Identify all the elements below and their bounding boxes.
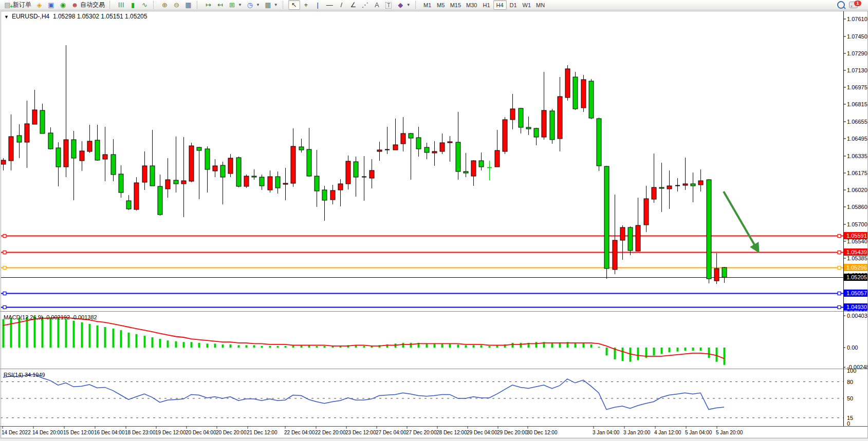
dropdown-caret-icon[interactable]: ▼ bbox=[274, 3, 278, 7]
periodicity-button[interactable]: ◷▼ bbox=[244, 0, 262, 10]
dropdown-caret-icon[interactable]: ▼ bbox=[256, 3, 260, 7]
toolbar: ▤+新订单◈▣◉☻自动交易☰▮∿⊕⊖▦↦↤⊞▼◷▼▦▼↖+|—/∠⋰AT◆▼M1… bbox=[0, 0, 868, 10]
zoom-out-button[interactable]: ⊖ bbox=[171, 0, 182, 10]
label-button[interactable]: T bbox=[383, 0, 395, 10]
line-chart-button[interactable]: ∿ bbox=[139, 0, 151, 10]
svg-text:1.06020: 1.06020 bbox=[847, 187, 867, 193]
trendline-button[interactable]: / bbox=[336, 0, 347, 10]
svg-text:1.05057: 1.05057 bbox=[846, 290, 867, 296]
crosshair-button[interactable]: + bbox=[300, 0, 312, 10]
timeframe-w1[interactable]: W1 bbox=[520, 0, 534, 10]
textA-icon: A bbox=[373, 1, 381, 9]
arrows-button[interactable]: ◆▼ bbox=[395, 0, 413, 10]
cursor-icon: ↖ bbox=[290, 1, 298, 9]
candle-green-icon: ▮ bbox=[129, 1, 137, 9]
bar-chart-button[interactable]: ☰ bbox=[115, 0, 127, 10]
timeframe-m15[interactable]: M15 bbox=[448, 0, 464, 10]
timeframe-mn-label: MN bbox=[536, 2, 545, 8]
crosshair-icon: + bbox=[302, 1, 310, 9]
svg-text:5 Jan 04:00: 5 Jan 04:00 bbox=[685, 430, 712, 435]
chart-style-icon: ▦ bbox=[264, 1, 272, 9]
styler-button[interactable]: ◈ bbox=[33, 0, 45, 10]
svg-text:100: 100 bbox=[847, 368, 856, 374]
hline-button[interactable]: — bbox=[324, 0, 336, 10]
zoom-out-icon: ⊖ bbox=[173, 1, 180, 9]
search-icon[interactable] bbox=[837, 1, 845, 9]
svg-text:1.05439: 1.05439 bbox=[846, 249, 867, 255]
svg-text:21 Dec 12:00: 21 Dec 12:00 bbox=[247, 430, 278, 435]
svg-text:50: 50 bbox=[847, 395, 853, 401]
svg-text:1.06815: 1.06815 bbox=[847, 101, 867, 107]
tile-windows-button[interactable]: ▦ bbox=[182, 0, 194, 10]
diamond-yellow-icon: ◈ bbox=[35, 1, 43, 9]
timeframe-m30[interactable]: M30 bbox=[464, 0, 479, 10]
svg-text:1.07450: 1.07450 bbox=[847, 33, 867, 40]
timeframe-d1-label: D1 bbox=[509, 2, 516, 8]
svg-text:3 Jan 04:00: 3 Jan 04:00 bbox=[593, 430, 620, 435]
vline-button[interactable]: | bbox=[312, 0, 324, 10]
timeframe-mn[interactable]: MN bbox=[533, 0, 547, 10]
hline-icon: — bbox=[326, 1, 334, 9]
tile-icon: ▦ bbox=[184, 1, 192, 9]
svg-text:20 Dec 20:00: 20 Dec 20:00 bbox=[216, 430, 247, 435]
svg-text:14 Dec 2022: 14 Dec 2022 bbox=[2, 430, 31, 435]
chart-canvas[interactable]: ▼EURUSD-,H4 1.05298 1.05302 1.05151 1.05… bbox=[0, 11, 868, 441]
price-tag-1.05057: 1.05057 bbox=[844, 290, 867, 297]
scroll-right-icon: ↦ bbox=[205, 1, 212, 9]
market-watch-button[interactable]: ▣ bbox=[45, 0, 57, 10]
new-chart-button[interactable]: ⊞▼ bbox=[226, 0, 244, 10]
chart-shift-button[interactable]: ↤ bbox=[214, 0, 226, 10]
signals-button[interactable]: ◉ bbox=[57, 0, 69, 10]
new-order-button-label: 新订单 bbox=[13, 1, 31, 9]
dropdown-caret-icon[interactable]: ▼ bbox=[407, 3, 411, 7]
svg-text:4 Jan 12:00: 4 Jan 12:00 bbox=[654, 430, 681, 435]
chart-svg[interactable]: 1.076101.074501.072901.071301.069751.068… bbox=[0, 11, 868, 441]
signal-green-icon: ◉ bbox=[59, 1, 67, 9]
dropdown-caret-icon[interactable]: ▼ bbox=[238, 3, 242, 7]
svg-text:1.04930: 1.04930 bbox=[846, 304, 867, 310]
timeframe-m1[interactable]: M1 bbox=[421, 0, 434, 10]
svg-text:28 Dec 12:00: 28 Dec 12:00 bbox=[436, 430, 467, 435]
auto-trading-button[interactable]: ☻自动交易 bbox=[69, 0, 107, 10]
candle-chart-button[interactable]: ▮ bbox=[127, 0, 139, 10]
svg-text:15: 15 bbox=[847, 415, 853, 421]
auto-scroll-button[interactable]: ↦ bbox=[202, 0, 214, 10]
svg-text:1.05860: 1.05860 bbox=[847, 204, 867, 210]
svg-text:19 Dec 12:00: 19 Dec 12:00 bbox=[155, 430, 186, 435]
svg-text:15 Dec 12:00: 15 Dec 12:00 bbox=[63, 430, 94, 435]
svg-text:1.07610: 1.07610 bbox=[847, 16, 867, 22]
fibo-button[interactable]: ∠ bbox=[347, 0, 359, 10]
svg-text:1.05296: 1.05296 bbox=[846, 264, 867, 271]
cursor-button[interactable]: ↖ bbox=[288, 0, 300, 10]
chart-title-bar: ▼EURUSD-,H4 1.05298 1.05302 1.05151 1.05… bbox=[4, 13, 147, 20]
channel-button[interactable]: ⋰ bbox=[359, 0, 371, 10]
robot-red-icon: ☻ bbox=[71, 1, 79, 9]
timeframe-m5-label: M5 bbox=[437, 2, 445, 8]
timeframe-h1[interactable]: H1 bbox=[480, 0, 493, 10]
doc-plus-icon: ▤+ bbox=[4, 1, 11, 9]
monitor-blue-icon: ▣ bbox=[47, 1, 55, 9]
svg-text:3 Jan 20:00: 3 Jan 20:00 bbox=[623, 430, 651, 435]
price-tag-1.04930: 1.04930 bbox=[844, 303, 867, 311]
svg-text:22 Dec 20:00: 22 Dec 20:00 bbox=[315, 430, 346, 435]
price-tag-1.05205: 1.05205 bbox=[844, 274, 867, 281]
collapse-triangle-icon[interactable]: ▼ bbox=[4, 14, 9, 20]
chart-style-button[interactable]: ▦▼ bbox=[262, 0, 280, 10]
channel-icon: ⋰ bbox=[361, 1, 369, 9]
zoom-in-button[interactable]: ⊕ bbox=[159, 0, 171, 10]
timeframe-m5[interactable]: M5 bbox=[434, 0, 448, 10]
timeframe-m30-label: M30 bbox=[466, 2, 477, 8]
timeframe-d1[interactable]: D1 bbox=[507, 0, 520, 10]
price-tag-1.05591: 1.05591 bbox=[844, 232, 867, 239]
svg-text:1.06175: 1.06175 bbox=[847, 170, 867, 176]
text-button[interactable]: A bbox=[371, 0, 383, 10]
timeframe-h1-label: H1 bbox=[483, 2, 490, 8]
svg-text:29 Dec 20:00: 29 Dec 20:00 bbox=[497, 430, 528, 435]
rsi-indicator-label: RSI(14) 34.1949 bbox=[4, 372, 45, 378]
macd-indicator-label: MACD(12,26,9) -0.002192 -0.001382 bbox=[4, 314, 97, 320]
svg-text:22 Dec 04:00: 22 Dec 04:00 bbox=[284, 430, 315, 435]
svg-text:1.05700: 1.05700 bbox=[847, 221, 867, 227]
new-order-button[interactable]: ▤+新订单 bbox=[2, 0, 33, 10]
timeframe-h4[interactable]: H4 bbox=[493, 0, 507, 10]
notifications-button[interactable]: 1 bbox=[849, 1, 862, 9]
